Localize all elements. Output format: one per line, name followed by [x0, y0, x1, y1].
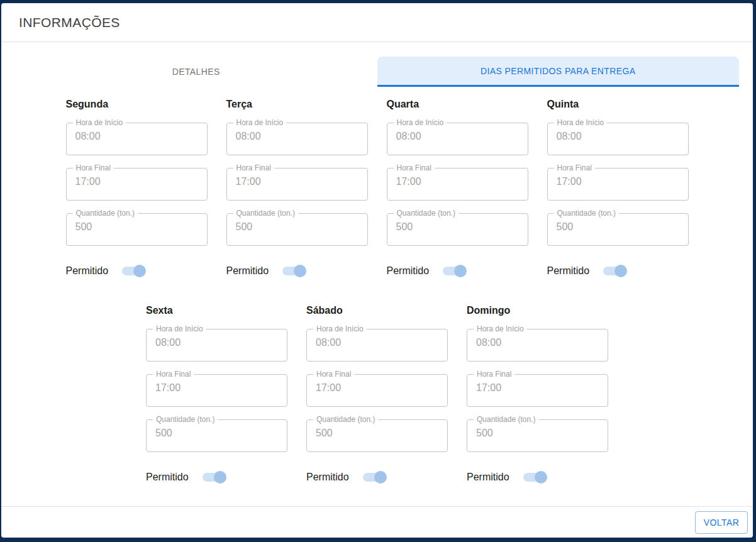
permitted-row: Permitido — [387, 263, 528, 279]
start-time-field: Hora de Início — [306, 329, 448, 362]
start-time-field: Hora de Início — [66, 123, 208, 155]
toggle-thumb — [133, 265, 146, 277]
quantity-label: Quantidade (ton.) — [233, 209, 298, 218]
quantity-input[interactable] — [227, 214, 367, 245]
permitted-row: Permitido — [226, 263, 368, 279]
day-card: Sexta Hora de Início Hora Final Quantida… — [146, 305, 287, 485]
end-time-field: Hora Final — [66, 168, 208, 201]
start-time-input[interactable] — [548, 123, 688, 155]
end-time-label: Hora Final — [394, 163, 435, 172]
end-time-label: Hora Final — [554, 163, 595, 172]
permitido-toggle[interactable] — [282, 267, 304, 275]
quantity-label: Quantidade (ton.) — [394, 209, 459, 218]
quantity-field: Quantidade (ton.) — [66, 213, 208, 246]
start-time-field: Hora de Início — [146, 329, 287, 362]
end-time-field: Hora Final — [467, 374, 608, 407]
quantity-input[interactable] — [548, 214, 688, 245]
day-card: Quarta Hora de Início Hora Final Quantid… — [387, 99, 528, 279]
end-time-field: Hora Final — [226, 168, 368, 201]
end-time-field: Hora Final — [387, 168, 528, 201]
quantity-input[interactable] — [67, 214, 207, 245]
end-time-input[interactable] — [227, 169, 367, 200]
start-time-label: Hora de Início — [554, 118, 608, 127]
toggle-thumb — [535, 471, 547, 484]
quantity-label: Quantidade (ton.) — [474, 415, 538, 424]
start-time-input[interactable] — [307, 329, 447, 361]
permitido-toggle[interactable] — [363, 473, 384, 482]
permitido-toggle[interactable] — [443, 267, 464, 275]
end-time-label: Hora Final — [474, 370, 514, 379]
quantity-input[interactable] — [147, 420, 287, 451]
quantity-field: Quantidade (ton.) — [146, 419, 287, 452]
start-time-field: Hora de Início — [387, 123, 528, 155]
permitido-toggle[interactable] — [203, 473, 224, 482]
day-card: Quinta Hora de Início Hora Final Quantid… — [547, 99, 689, 279]
permitted-label: Permitido — [66, 265, 109, 277]
dialog-footer: VOLTAR — [1, 506, 753, 538]
end-time-input[interactable] — [548, 169, 688, 200]
end-time-field: Hora Final — [547, 168, 689, 201]
start-time-input[interactable] — [467, 329, 608, 361]
dialog-content: Segunda Hora de Início Hora Final Quanti… — [1, 87, 753, 506]
quantity-field: Quantidade (ton.) — [467, 419, 608, 452]
quantity-label: Quantidade (ton.) — [554, 209, 619, 218]
start-time-input[interactable] — [387, 123, 528, 155]
permitted-label: Permitido — [387, 265, 430, 277]
voltar-button[interactable]: VOLTAR — [695, 511, 748, 534]
end-time-label: Hora Final — [73, 163, 114, 172]
end-time-input[interactable] — [147, 375, 287, 406]
day-title: Segunda — [66, 99, 208, 110]
day-title: Terça — [226, 99, 368, 110]
dialog-header: INFORMAÇÕES — [1, 3, 753, 42]
start-time-label: Hora de Início — [394, 118, 447, 127]
start-time-input[interactable] — [147, 329, 287, 361]
toggle-thumb — [214, 471, 226, 484]
end-time-input[interactable] — [67, 169, 207, 200]
day-title: Quinta — [547, 99, 689, 110]
permitido-toggle[interactable] — [523, 473, 545, 482]
day-title: Sexta — [146, 305, 287, 316]
permitido-toggle[interactable] — [603, 267, 625, 275]
day-card: Segunda Hora de Início Hora Final Quanti… — [66, 99, 208, 279]
start-time-input[interactable] — [67, 123, 207, 155]
permitido-toggle[interactable] — [122, 267, 143, 275]
end-time-field: Hora Final — [306, 374, 448, 407]
end-time-input[interactable] — [387, 169, 528, 200]
toggle-thumb — [454, 265, 467, 277]
permitted-label: Permitido — [146, 472, 189, 483]
informacoes-dialog: INFORMAÇÕES DETALHES DIAS PERMITIDOS PAR… — [1, 3, 753, 538]
start-time-field: Hora de Início — [467, 329, 608, 362]
tab-dias-permitidos-para-entrega[interactable]: DIAS PERMITIDOS PARA ENTREGA — [377, 57, 740, 87]
quantity-input[interactable] — [307, 420, 447, 451]
permitted-row: Permitido — [66, 263, 208, 279]
quantity-field: Quantidade (ton.) — [387, 213, 528, 246]
quantity-input[interactable] — [467, 420, 608, 451]
permitted-label: Permitido — [306, 472, 349, 483]
quantity-label: Quantidade (ton.) — [313, 415, 378, 424]
end-time-label: Hora Final — [233, 163, 274, 172]
permitted-label: Permitido — [467, 472, 509, 483]
tab-detalhes[interactable]: DETALHES — [15, 57, 377, 87]
end-time-field: Hora Final — [146, 374, 287, 407]
quantity-field: Quantidade (ton.) — [226, 213, 368, 246]
end-time-input[interactable] — [307, 375, 447, 406]
start-time-label: Hora de Início — [153, 324, 206, 333]
quantity-field: Quantidade (ton.) — [547, 213, 689, 246]
quantity-input[interactable] — [387, 214, 528, 245]
tab-bar: DETALHES DIAS PERMITIDOS PARA ENTREGA — [15, 57, 739, 87]
permitted-label: Permitido — [226, 265, 269, 277]
quantity-field: Quantidade (ton.) — [306, 419, 448, 452]
permitted-row: Permitido — [467, 470, 608, 485]
start-time-field: Hora de Início — [226, 123, 368, 155]
end-time-label: Hora Final — [153, 370, 194, 379]
start-time-label: Hora de Início — [73, 118, 126, 127]
quantity-label: Quantidade (ton.) — [153, 415, 218, 424]
start-time-label: Hora de Início — [474, 324, 527, 333]
start-time-input[interactable] — [227, 123, 367, 155]
permitted-row: Permitido — [306, 470, 448, 485]
dialog-title: INFORMAÇÕES — [19, 15, 120, 30]
toggle-thumb — [294, 265, 306, 277]
start-time-label: Hora de Início — [313, 324, 367, 333]
end-time-input[interactable] — [467, 375, 608, 406]
day-card: Terça Hora de Início Hora Final Quantida… — [226, 99, 368, 279]
